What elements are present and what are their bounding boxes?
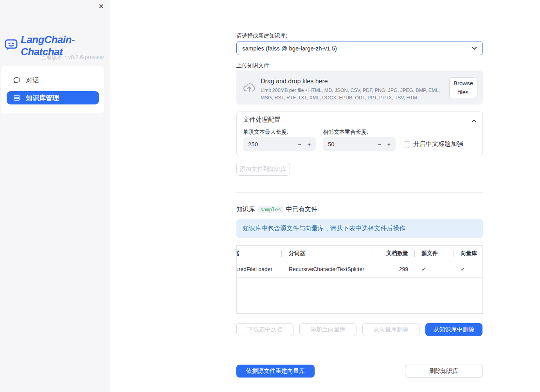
kb-select-value: samples (faiss @ bge-large-zh-v1.5) [242,45,472,52]
sidebar-item-dialogue[interactable]: 对话 [7,74,99,87]
sidebar-item-knowledge-base[interactable]: 知识库管理 [7,91,99,104]
sidebar-close-icon[interactable]: ✕ [99,2,104,11]
chat-bubble-icon [13,76,21,84]
cell-loader: uredFileLoader [237,266,281,272]
cell-source-check: ✓ [421,266,426,272]
table-header-row: 器 分词器 文档数量 源文件 向量库 [237,246,482,261]
overlap-size-increment-button[interactable]: + [384,137,394,151]
kb-select-label: 请选择或新建知识库: [236,32,287,40]
col-splitter-header: 分词器 [289,250,305,257]
column-divider [414,250,415,257]
rebuild-vector-store-button[interactable]: 依据源文件重建向量库 [236,365,315,378]
cell-vector-check: ✓ [461,266,465,272]
column-divider [454,250,454,257]
table-row[interactable]: uredFileLoader RecursiveCharacterTextSpl… [237,261,482,278]
upload-label: 上传知识文件: [236,62,271,69]
col-docs-header: 文档数量 [367,250,408,257]
browse-files-button[interactable]: Browse files [449,77,477,98]
cell-docs-count: 299 [367,266,408,272]
zh-title-enhance-checkbox[interactable]: 开启中文标题加强 [404,140,463,148]
sidebar-item-label: 知识库管理 [26,94,59,102]
info-banner: 知识库中包含源文件与向量库，请从下表中选择文件后操作 [236,219,483,238]
chunk-size-label: 单段文本最大长度: [243,129,288,136]
dropzone-title: Drag and drop files here [261,78,328,85]
divider [236,192,483,192]
checkbox-label: 开启中文标题加强 [413,140,463,148]
file-dropzone[interactable]: Drag and drop files here Limit 200MB per… [236,71,483,104]
dropzone-limit-text: Limit 200MB per file • HTML, MD, JSON, C… [261,87,448,102]
kb-select[interactable]: samples (faiss @ bge-large-zh-v1.5) [236,41,483,55]
add-to-vector-store-button[interactable]: 添加至向量库 [299,323,356,336]
chevron-up-icon [472,117,476,124]
chunk-size-increment-button[interactable]: + [304,137,314,151]
chunk-size-value: 250 [248,141,258,147]
delete-kb-button[interactable]: 删除知识库 [405,365,483,378]
logo-chat-icon [5,39,18,53]
kb-files-heading: 知识库 samples 中已有文件: [236,205,319,214]
add-files-to-kb-button[interactable]: 添加文件到知识库 [236,163,290,176]
overlap-size-input[interactable]: 50 − + [323,137,396,151]
cell-splitter: RecursiveCharacterTextSplitter [289,266,364,272]
divider [236,351,483,351]
chunk-size-decrement-button[interactable]: − [295,137,305,151]
sidebar: ✕ LangChain-Chatchat 当前版本：v0.2.6-preview [0,0,110,392]
delete-from-kb-button[interactable]: 从知识库中删除 [425,323,482,336]
overlap-size-decrement-button[interactable]: − [374,137,385,151]
col-loader-header: 器 [237,250,242,257]
delete-from-vector-store-button[interactable]: 从向量库删除 [362,323,419,336]
knowledge-base-icon [13,94,21,102]
chevron-down-icon [472,45,477,52]
kb-files-table[interactable]: 器 分词器 文档数量 源文件 向量库 uredFileLoader Recurs… [236,245,483,314]
col-source-header: 源文件 [421,250,438,257]
overlap-size-value: 50 [328,141,335,147]
kb-name-code: samples [258,206,283,213]
col-vector-header: 向量库 [461,250,477,257]
sidebar-menu: 对话 知识库管理 [1,66,104,113]
file-config-expander: 文件处理配置 单段文本最大长度: 250 − + 相邻文本重合长度: 50 − … [236,111,483,156]
main-content: 请选择或新建知识库: samples (faiss @ bge-large-zh… [236,0,483,392]
download-selected-button[interactable]: 下载选中文档 [236,323,293,336]
checkbox-box[interactable] [404,141,410,147]
column-divider [281,250,282,257]
overlap-size-label: 相邻文本重合长度: [323,129,368,136]
expander-header[interactable]: 文件处理配置 [237,112,482,126]
cloud-upload-icon [242,81,256,96]
sidebar-item-label: 对话 [26,76,39,85]
chunk-size-input[interactable]: 250 − + [243,137,316,151]
expander-title: 文件处理配置 [243,116,281,124]
app-window: ✕ LangChain-Chatchat 当前版本：v0.2.6-preview [0,0,540,392]
version-text: 当前版本：v0.2.6-preview [41,54,104,61]
